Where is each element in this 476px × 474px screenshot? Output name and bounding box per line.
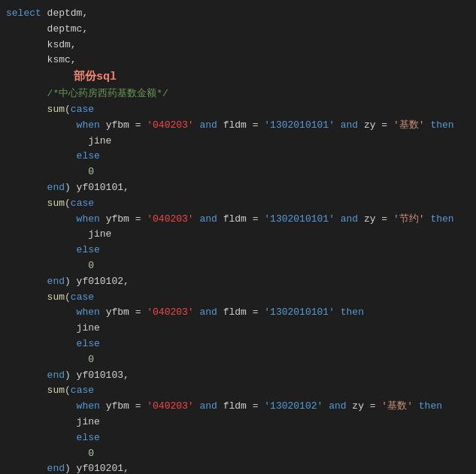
code-line: else xyxy=(0,243,476,258)
token-plain: zy = xyxy=(347,399,382,415)
token-plain: fldm = xyxy=(217,399,264,415)
token-plain xyxy=(425,118,431,134)
token-kw: else xyxy=(6,337,100,352)
token-kw: and xyxy=(329,399,346,415)
code-line: jine xyxy=(0,134,476,149)
token-kw: end xyxy=(47,368,65,384)
token-plain xyxy=(413,399,419,415)
token-str-red: '040203' xyxy=(147,118,193,134)
code-line: jine xyxy=(0,415,476,430)
code-line: when yfbm = '040203' and fldm = '1302010… xyxy=(0,212,476,228)
token-kw: when xyxy=(6,212,100,228)
token-num: 0 xyxy=(6,258,94,274)
token-plain: jine xyxy=(6,227,111,243)
token-kw: and xyxy=(341,212,358,228)
token-kw: case xyxy=(71,102,94,118)
token-fn: sum xyxy=(6,102,65,118)
token-kw: when xyxy=(6,305,100,321)
code-line: when yfbm = '040203' and fldm = '1302010… xyxy=(0,118,476,134)
token-plain: ) yf010102, xyxy=(65,274,129,290)
token-plain: zy = xyxy=(358,212,393,228)
token-plain: fldm = xyxy=(217,305,264,321)
code-line: else xyxy=(0,149,476,165)
token-kw: end xyxy=(47,274,65,290)
token-num: 0 xyxy=(6,446,94,462)
token-str-orange: '基数' xyxy=(393,118,425,134)
code-line: end) yf010103, xyxy=(0,368,476,384)
code-line: sum(case xyxy=(0,383,476,399)
code-line: sum(case xyxy=(0,196,476,212)
token-fn: sum xyxy=(6,290,65,306)
token-num: 0 xyxy=(6,352,94,368)
token-plain: deptdm, xyxy=(41,6,88,22)
token-kw: then xyxy=(341,305,364,321)
token-str-blue: '1302010101' xyxy=(264,212,335,228)
code-line: jine xyxy=(0,321,476,337)
token-kw: then xyxy=(430,212,453,228)
token-str-red: '040203' xyxy=(147,305,193,321)
token-kw: case xyxy=(71,383,94,399)
token-plain: yfbm = xyxy=(100,118,147,134)
code-line: when yfbm = '040203' and fldm = '1302010… xyxy=(0,399,476,415)
code-line: end) yf010101, xyxy=(0,180,476,196)
token-plain xyxy=(6,368,47,384)
token-plain: ( xyxy=(65,383,71,399)
token-plain: yfbm = xyxy=(100,212,147,228)
code-line: ksdm, xyxy=(0,38,476,53)
token-kw: when xyxy=(6,399,100,415)
code-editor: select deptdm, deptmc, ksdm, ksmc, 部份sql… xyxy=(0,0,476,474)
token-plain xyxy=(425,212,431,228)
token-kw: and xyxy=(199,212,217,228)
token-plain xyxy=(194,118,200,134)
code-line: 0 xyxy=(0,446,476,462)
token-plain: yfbm = xyxy=(100,399,147,415)
token-plain xyxy=(194,305,200,321)
token-plain xyxy=(6,274,47,290)
token-plain xyxy=(323,399,329,415)
token-str-orange: '节约' xyxy=(393,212,425,228)
token-plain: yfbm = xyxy=(100,305,147,321)
code-line: else xyxy=(0,337,476,352)
code-line: 0 xyxy=(0,165,476,180)
token-plain: zy = xyxy=(358,118,393,134)
code-line: ksmc, xyxy=(0,53,476,68)
token-kw: when xyxy=(6,118,100,134)
token-kw: and xyxy=(199,118,217,134)
token-str-orange: '基数' xyxy=(381,399,413,415)
code-line: 0 xyxy=(0,258,476,274)
token-plain: ( xyxy=(65,290,71,306)
code-line: end) yf010102, xyxy=(0,274,476,290)
code-line: /*中心药房西药基数金额*/ xyxy=(0,86,476,102)
token-kw: and xyxy=(199,305,217,321)
token-kw: then xyxy=(419,399,442,415)
token-plain: ) yf010101, xyxy=(65,180,129,196)
token-kw: and xyxy=(199,399,217,415)
token-kw: case xyxy=(71,196,94,212)
code-line: deptmc, xyxy=(0,22,476,38)
token-plain: fldm = xyxy=(217,118,264,134)
token-kw: else xyxy=(6,243,100,258)
token-kw: end xyxy=(47,461,65,474)
code-line: select deptdm, xyxy=(0,6,476,22)
token-kw: end xyxy=(47,180,65,196)
code-line: 0 xyxy=(0,352,476,368)
token-str-red: '040203' xyxy=(147,399,193,415)
token-plain xyxy=(6,180,47,196)
token-plain xyxy=(6,461,47,474)
token-plain: jine xyxy=(6,134,111,149)
token-plain: fldm = xyxy=(217,212,264,228)
token-str-red: '040203' xyxy=(147,212,193,228)
token-num: 0 xyxy=(6,165,94,180)
token-plain: deptmc, xyxy=(6,22,88,38)
token-str-blue: '1302010101' xyxy=(264,305,335,321)
token-plain: ) yf010201, xyxy=(65,461,129,474)
token-kw: and xyxy=(341,118,358,134)
token-plain: ) yf010103, xyxy=(65,368,129,384)
token-plain: ksdm, xyxy=(6,38,77,53)
token-plain xyxy=(335,118,341,134)
code-line: sum(case xyxy=(0,290,476,306)
token-plain xyxy=(335,305,341,321)
token-plain xyxy=(194,399,200,415)
token-kw: case xyxy=(71,290,94,306)
code-line: when yfbm = '040203' and fldm = '1302010… xyxy=(0,305,476,321)
